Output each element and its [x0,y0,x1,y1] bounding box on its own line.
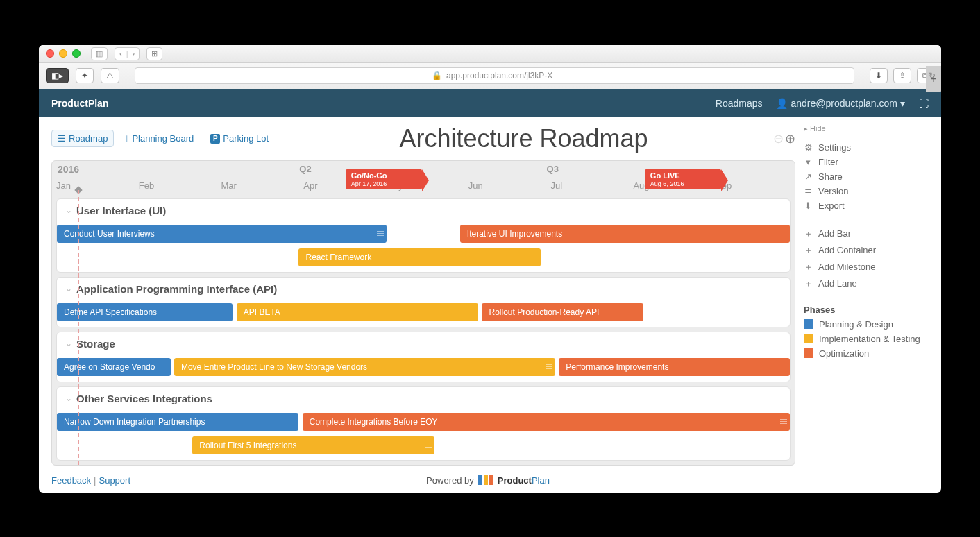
feedback-link[interactable]: Feedback [51,475,91,486]
flux-ext-button[interactable]: ◧▸ [46,68,69,83]
roadmap-bar[interactable]: Agree on Storage Vendo [57,358,171,376]
roadmap-bar[interactable]: Iterative UI Improvements [460,225,790,243]
quarter-label: Q3 [547,164,559,174]
nav-buttons[interactable]: ‹|› [115,47,140,60]
user-menu[interactable]: 👤 andre@productplan.com ▾ [776,98,905,109]
roadmap-bar[interactable]: Performance Improvements [559,358,790,376]
version-link[interactable]: ≣Version [804,184,929,198]
fullscreen-button[interactable]: ⛶ [919,98,929,109]
roadmap-bar[interactable]: Define API Specifications [57,303,233,321]
share-link[interactable]: ↗Share [804,169,929,184]
roadmap-bar[interactable]: React Framework [298,248,540,266]
settings-link[interactable]: ⚙Settings [804,140,929,155]
legend-label: Optimization [819,348,869,359]
lane-header[interactable]: ⌄ User Interface (UI) [57,199,790,221]
view-tabs: ☰Roadmap ⫴Planning Board PParking Lot [51,130,274,147]
share-icon: ↗ [804,171,813,182]
month-label: Jul [551,180,563,191]
add-bar-button[interactable]: ＋Add Bar [804,225,929,242]
lane-row: Agree on Storage VendoMove Entire Produc… [57,357,790,377]
quarter-label: Q2 [299,164,311,174]
lane-name: Storage [76,338,115,350]
tab-roadmap[interactable]: ☰Roadmap [51,130,114,147]
legend-item[interactable]: Implementation & Testing [804,334,929,344]
add-milestone-button[interactable]: ＋Add Milestone [804,259,929,275]
parking-icon: P [210,134,220,144]
tab-parking-lot[interactable]: PParking Lot [205,130,274,147]
maximize-window-button[interactable] [72,49,81,58]
download-icon: ⬇ [804,201,813,211]
today-line [78,190,79,465]
roadmap-bar[interactable]: Conduct User Interviews [57,225,387,243]
chevron-down-icon: ⌄ [65,393,72,403]
lane-name: User Interface (UI) [76,205,166,216]
tab-grid-button[interactable]: ⊞ [146,47,162,60]
month-label: Jun [468,180,483,191]
month-label: Jan [56,180,71,191]
download-button[interactable]: ⬇ [870,68,888,83]
brand-label: ProductPlan [51,98,108,109]
filter-link[interactable]: ▾Filter [804,155,929,169]
share-browser-button[interactable]: ⇪ [893,68,911,83]
zoom-out-button[interactable]: ⊖ [773,131,784,146]
chevron-down-icon: ⌄ [65,284,72,293]
milestone-line [645,185,645,465]
chevron-down-icon: ⌄ [65,205,72,215]
export-link[interactable]: ⬇Export [804,198,929,213]
sidebar: ▸ Hide ⚙Settings ▾Filter ↗Share ≣Version… [804,124,929,466]
legend-item[interactable]: Planning & Design [804,319,929,330]
legend-label: Planning & Design [819,319,893,330]
roadmap-bar[interactable]: Rollout First 5 Integrations [192,436,434,454]
user-icon: 👤 [776,98,788,109]
month-label: Feb [139,180,154,191]
grip-icon [546,358,552,376]
chevron-down-icon: ⌄ [65,339,72,348]
plus-icon: ＋ [804,228,813,240]
minimize-window-button[interactable] [59,49,67,58]
milestone-flag[interactable]: Go/No-GoApr 17, 2016 [346,169,422,190]
add-lane-button[interactable]: ＋Add Lane [804,275,929,292]
version-icon: ≣ [804,186,813,196]
lane-header[interactable]: ⌄ Other Services Integrations [57,387,790,409]
milestone-flag[interactable]: Go LIVEAug 6, 2016 [645,169,721,190]
roadmap-bar[interactable]: Rollout Production-Ready API [482,303,643,321]
user-email: andre@productplan.com [791,98,897,109]
zoom-in-button[interactable]: ⊕ [785,131,795,146]
roadmap-bar[interactable]: Narrow Down Integration Partnerships [57,413,298,431]
caret-down-icon: ▾ [900,98,905,109]
lane: ⌄ Storage Agree on Storage VendoMove Ent… [56,332,791,382]
lane-row: React Framework [57,247,790,268]
tab-planning-board[interactable]: ⫴Planning Board [119,130,199,147]
roadmap-bar[interactable]: Complete Integrations Before EOY [303,413,790,431]
lane: ⌄ Application Programming Interface (API… [56,277,791,327]
app-window: + ▥ ‹|› ⊞ ◧▸ ✦ ⚠ 🔒 app.productplan.com/j… [39,45,941,493]
legend-swatch [804,348,813,358]
sidebar-toggle-button[interactable]: ▥ [91,47,108,60]
phases-heading: Phases [804,305,929,315]
lane-row: Rollout First 5 Integrations [57,435,790,456]
legend-label: Implementation & Testing [819,334,920,344]
legend-item[interactable]: Optimization [804,348,929,359]
lane-header[interactable]: ⌄ Application Programming Interface (API… [57,278,790,299]
grip-icon [425,436,432,454]
warning-ext-button[interactable]: ⚠ [101,68,119,83]
legend-swatch [804,334,813,343]
support-link[interactable]: Support [99,475,130,486]
add-container-button[interactable]: ＋Add Container [804,242,929,259]
lane-row: Narrow Down Integration PartnershipsComp… [57,411,790,432]
lane: ⌄ Other Services Integrations Narrow Dow… [56,386,791,461]
lock-icon: 🔒 [432,71,442,80]
month-label: Mar [221,180,237,191]
filter-icon: ▾ [804,157,813,167]
roadmap-icon: ☰ [58,133,66,144]
roadmap-bar[interactable]: API BETA [237,303,478,321]
reload-icon[interactable]: ↻ [929,71,936,80]
nav-roadmaps[interactable]: Roadmaps [716,98,763,109]
roadmap-bar[interactable]: Move Entire Product Line to New Storage … [174,358,555,376]
hide-sidebar-button[interactable]: ▸ Hide [804,124,929,133]
close-window-button[interactable] [46,49,54,58]
address-bar[interactable]: 🔒 app.productplan.com/jl3kP-X_ ↻ [135,67,854,84]
lane-header[interactable]: ⌄ Storage [57,332,790,354]
wand-ext-button[interactable]: ✦ [76,68,94,83]
board-icon: ⫴ [125,133,129,144]
